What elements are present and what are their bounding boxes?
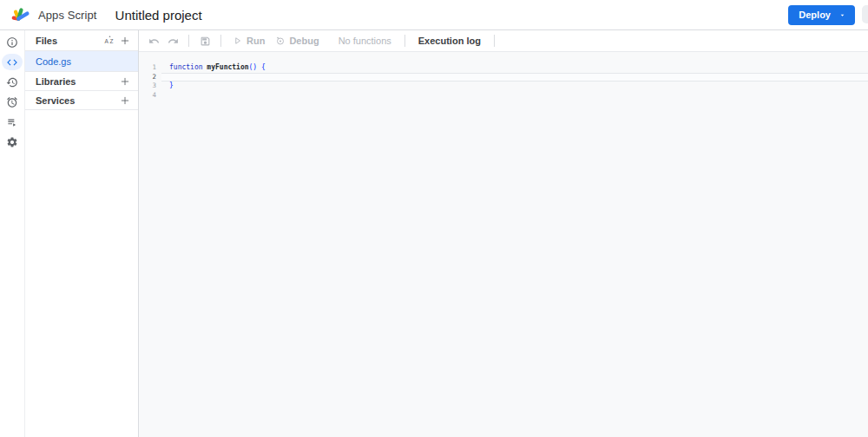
code-line-content: [161, 91, 868, 101]
settings-gear-icon: [6, 136, 18, 148]
redo-icon[interactable]: [163, 31, 182, 50]
services-label: Services: [36, 95, 117, 106]
executions-icon: [6, 116, 18, 128]
toolbar-divider: [404, 35, 405, 47]
function-selector[interactable]: No functions: [332, 36, 398, 46]
svg-text:A: A: [105, 38, 109, 44]
run-label: Run: [247, 36, 265, 46]
project-title[interactable]: Untitled project: [115, 8, 202, 23]
chevron-down-icon: [838, 11, 846, 19]
file-item-code-gs[interactable]: Code.gs: [25, 51, 138, 72]
line-number: 2: [139, 73, 156, 82]
code-line[interactable]: 3}: [139, 82, 868, 91]
info-icon: [6, 36, 18, 49]
files-panel-title: Files: [36, 36, 102, 46]
files-panel: Files A Z Code.gs Libraries: [25, 30, 139, 437]
add-library-icon[interactable]: [117, 74, 132, 88]
code-line[interactable]: 4: [139, 91, 868, 101]
files-panel-header: Files A Z: [25, 30, 138, 51]
line-number: 4: [139, 91, 156, 101]
sidebar-item-overview[interactable]: [0, 32, 25, 52]
alarm-icon: [6, 96, 18, 108]
app-header: Apps Script Untitled project Deploy: [0, 0, 868, 30]
debug-icon: [275, 36, 286, 46]
code-line-content: function myFunction() {: [161, 63, 868, 73]
code-line[interactable]: 1function myFunction() {: [139, 63, 868, 73]
sidebar-item-triggers[interactable]: [0, 92, 25, 112]
sort-az-icon[interactable]: A Z: [102, 33, 117, 48]
editor-column: Run Debug No functions Execution log 1fu…: [139, 30, 868, 437]
header-edge-element: [862, 5, 868, 23]
file-name: Code.gs: [36, 56, 71, 67]
editor-toolbar: Run Debug No functions Execution log: [139, 30, 868, 52]
apps-script-logo-icon: [10, 4, 31, 25]
deploy-button-label: Deploy: [799, 10, 831, 20]
run-button[interactable]: Run: [227, 31, 270, 50]
add-file-icon[interactable]: [117, 33, 132, 48]
code-line-content: [161, 73, 868, 82]
libraries-section[interactable]: Libraries: [25, 72, 138, 91]
sidebar-item-executions[interactable]: [0, 112, 25, 132]
toolbar-divider: [220, 35, 221, 47]
code-line-content: }: [161, 82, 868, 91]
add-service-icon[interactable]: [117, 93, 132, 108]
undo-icon[interactable]: [144, 31, 163, 50]
code-lines: 1function myFunction() {23}4: [139, 63, 868, 100]
save-icon[interactable]: [195, 31, 214, 50]
execution-log-button[interactable]: Execution log: [411, 36, 488, 46]
app-name: Apps Script: [38, 9, 97, 22]
sidebar-item-project-settings[interactable]: [0, 132, 25, 152]
deploy-button[interactable]: Deploy: [788, 5, 855, 25]
sidebar-item-editor[interactable]: [0, 52, 25, 72]
code-icon: [2, 54, 23, 70]
services-section[interactable]: Services: [25, 91, 138, 110]
toolbar-divider: [188, 35, 189, 47]
line-number: 3: [139, 82, 156, 91]
svg-text:Z: Z: [110, 38, 114, 44]
play-icon: [233, 36, 243, 46]
toolbar-divider: [494, 35, 495, 47]
apps-script-window: Apps Script Untitled project Deploy: [0, 0, 868, 437]
left-nav-rail: [0, 30, 25, 437]
history-icon: [6, 76, 18, 88]
debug-label: Debug: [289, 36, 319, 46]
debug-button[interactable]: Debug: [270, 31, 324, 50]
libraries-label: Libraries: [36, 76, 117, 87]
sidebar-item-project-history[interactable]: [0, 72, 25, 92]
code-line[interactable]: 2: [139, 73, 868, 82]
code-editor[interactable]: 1function myFunction() {23}4: [139, 52, 868, 437]
line-number: 1: [139, 63, 156, 73]
